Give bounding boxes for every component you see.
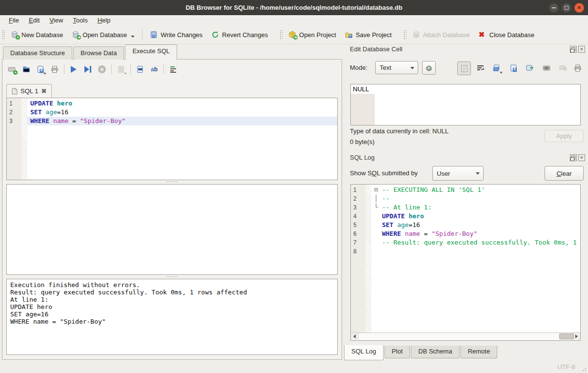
sql-tab-close-icon[interactable]: ✖ [41, 87, 46, 95]
new-sql-tab-icon[interactable]: + [7, 65, 17, 74]
save-sql-file-icon[interactable] [36, 65, 45, 74]
cell-value-editor[interactable]: NULL [350, 84, 581, 125]
set-null-icon [559, 65, 567, 71]
export-cell-data-button[interactable] [507, 62, 520, 74]
window-title: DB Browser for SQLite - /home/user/code/… [185, 4, 402, 11]
save-results-icon[interactable] [116, 65, 126, 74]
import-dropdown-caret-icon [500, 72, 503, 74]
save-project-button[interactable]: Save Project [341, 28, 396, 41]
close-database-button[interactable]: ✖ Close Database [474, 28, 539, 41]
save-dropdown-caret-icon [43, 73, 46, 75]
execute-all-icon[interactable] [69, 65, 79, 74]
log-line: │ -- [371, 194, 580, 203]
sql-file-icon [12, 88, 18, 95]
menu-edit[interactable]: Edit [24, 16, 44, 25]
set-null-button[interactable] [557, 62, 569, 74]
menu-tools[interactable]: Tools [68, 16, 92, 25]
edit-cell-title: Edit Database Cell [350, 45, 403, 53]
toolbar-grip[interactable] [1, 29, 5, 40]
dock-float-icon[interactable] [570, 46, 577, 53]
external-link-button[interactable] [540, 62, 553, 74]
sql-editor[interactable]: 1 2 3 UPDATE hero SET age=16 WHERE name … [6, 98, 338, 180]
scrollbar-thumb[interactable] [559, 333, 574, 339]
toolbar-grip[interactable] [279, 29, 283, 40]
app-window: DB Browser for SQLite - /home/user/code/… [0, 0, 588, 373]
format-lines-icon[interactable] [168, 65, 178, 74]
gear-icon [425, 64, 433, 72]
open-database-dropdown-caret-icon[interactable] [131, 36, 135, 38]
chevron-down-icon [410, 67, 414, 69]
sql-editor-toolbar: + ✕ [7, 63, 178, 76]
import-icon [493, 64, 501, 72]
tab-execute-sql[interactable]: Execute SQL [125, 44, 177, 60]
open-project-button[interactable]: ➜ Open Project [284, 28, 341, 41]
menu-file[interactable]: File [4, 16, 24, 25]
editor-results-splitter[interactable] [6, 180, 338, 184]
results-grid[interactable] [6, 184, 338, 275]
mode-select[interactable]: Text [375, 61, 418, 74]
execution-message-pane[interactable]: Execution finished without errors. Resul… [6, 279, 338, 355]
cell-settings-button[interactable] [422, 61, 436, 75]
log-horizontal-scrollbar[interactable] [351, 332, 580, 340]
main-tab-bar: Database Structure Browse Data Execute S… [3, 44, 178, 60]
dock-tab-db-schema[interactable]: DB Schema [411, 346, 459, 358]
dock-close-icon[interactable]: ✕ [578, 154, 585, 161]
find-replace-icon[interactable] [135, 65, 145, 74]
print-cell-button[interactable] [571, 62, 584, 74]
tab-browse-data[interactable]: Browse Data [73, 46, 124, 60]
status-bar: UTF-8 [0, 361, 588, 373]
open-database-icon: ➜ [72, 31, 80, 39]
dock-tab-remote[interactable]: Remote [461, 346, 498, 358]
new-database-button[interactable]: + New Database [6, 28, 67, 41]
sql-log-view[interactable]: 1 2 3 4 5 6 7 8 ⊟ -- EXECUTING ALL IN 'S… [350, 184, 581, 341]
tab-database-structure[interactable]: Database Structure [3, 46, 72, 60]
log-line: -- Result: query executed successfully. … [371, 238, 580, 247]
results-message-splitter[interactable] [6, 275, 338, 278]
window-controls: ✕ [549, 3, 584, 13]
title-bar[interactable]: DB Browser for SQLite - /home/user/code/… [0, 0, 588, 15]
attach-database-button[interactable]: Attach Database [408, 28, 474, 41]
resize-grip[interactable] [581, 366, 587, 372]
export-save-icon [510, 64, 517, 72]
message-line: At line 1: [10, 296, 334, 303]
cell-editor-gutter [351, 94, 375, 125]
auto-format-icon[interactable]: ab [149, 65, 159, 74]
dock-float-icon[interactable] [570, 154, 577, 161]
print-sql-icon[interactable] [50, 65, 60, 74]
sql-tab[interactable]: SQL 1 ✖ [6, 84, 52, 98]
apply-button[interactable]: Apply [545, 130, 584, 142]
stop-execution-icon[interactable]: ✕ [97, 65, 107, 74]
toolbar-grip[interactable] [403, 29, 406, 40]
import-cell-data-button[interactable] [490, 62, 503, 74]
write-changes-icon [150, 31, 158, 39]
menu-help[interactable]: Help [93, 16, 116, 25]
code-line: SET age=16 [27, 108, 337, 117]
write-changes-button[interactable]: Write Changes [145, 28, 207, 41]
fold-marker-icon[interactable]: ⊟ [374, 186, 382, 193]
open-sql-file-icon[interactable] [21, 65, 31, 74]
document-icon [461, 65, 467, 72]
scroll-left-arrow-icon[interactable] [351, 333, 359, 340]
encoding-indicator[interactable]: UTF-8 [557, 363, 575, 371]
revert-changes-button[interactable]: Revert Changes [207, 28, 272, 41]
log-filter-select[interactable]: User [432, 166, 484, 181]
menu-view[interactable]: View [44, 16, 68, 25]
editor-line-numbers: 1 2 3 [7, 98, 21, 180]
dock-tab-plot[interactable]: Plot [385, 346, 410, 358]
dock-close-icon[interactable]: ✕ [578, 46, 585, 53]
window-close-icon[interactable]: ✕ [574, 3, 584, 13]
window-maximize-icon[interactable] [562, 3, 571, 13]
open-database-button[interactable]: ➜ Open Database [67, 28, 139, 41]
main-toolbar: + New Database ➜ Open Database Write Cha… [0, 25, 588, 44]
clear-log-button[interactable]: Clear [545, 166, 584, 181]
message-line: WHERE name = "Spider-Boy" [10, 318, 334, 325]
cell-size-info: 0 byte(s) [350, 138, 375, 145]
word-wrap-button[interactable] [474, 62, 487, 74]
execute-current-line-icon[interactable] [83, 65, 93, 74]
window-minimize-icon[interactable] [549, 3, 559, 13]
log-line: WHERE name = "Spider-Boy" [371, 229, 580, 238]
cell-text-mode-button[interactable] [457, 62, 471, 75]
open-in-app-button[interactable] [524, 62, 536, 74]
dock-tab-sql-log[interactable]: SQL Log [344, 345, 384, 360]
editor-code[interactable]: UPDATE hero SET age=16 WHERE name = "Spi… [27, 98, 337, 180]
